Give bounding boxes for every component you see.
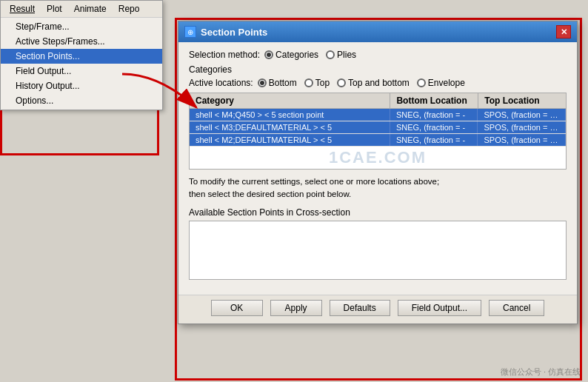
col-bottom-location: Bottom Location [390, 93, 478, 108]
menu-item-step-frame[interactable]: Step/Frame... [1, 19, 162, 34]
active-locations-radio-group: Bottom Top Top and bottom Envelope [258, 78, 465, 88]
dialog-title-left: ⊕ Section Points [184, 26, 278, 38]
site-watermark: 微信公众号 · 仿真在线 [501, 366, 581, 378]
menu-item-section-points[interactable]: Section Points... [1, 49, 162, 64]
radio-bottom-label: Bottom [269, 78, 297, 88]
radio-envelope[interactable]: Envelope [417, 78, 465, 88]
row1-category: shell < M4;Q450 > < 5 section point [190, 109, 390, 121]
menu-item-field-output[interactable]: Field Output... [1, 64, 162, 78]
main-background: Result Plot Animate Repo Step/Frame... A… [0, 0, 588, 382]
menu-bar: Result Plot Animate Repo [1, 1, 162, 18]
apply-button[interactable]: Apply [270, 300, 322, 316]
radio-categories-label: Categories [275, 50, 318, 60]
menu-bar-repo[interactable]: Repo [113, 2, 146, 16]
table-row[interactable]: shell < M2;DEFAULTMATERIAL > < 5 SNEG, (… [190, 134, 566, 147]
radio-bottom-circle[interactable] [258, 78, 267, 87]
radio-top-and-bottom[interactable]: Top and bottom [337, 78, 410, 88]
selection-method-radio-group: Categories Plies [264, 50, 356, 60]
radio-envelope-label: Envelope [428, 78, 465, 88]
radio-top-and-bottom-circle[interactable] [337, 78, 346, 87]
dialog-content: Selection method: Categories Plies Categ… [178, 42, 577, 295]
defaults-button[interactable]: Defaults [330, 300, 390, 316]
row2-category: shell < M3;DEFAULTMATERIAL > < 5 [190, 121, 390, 133]
active-locations-label: Active locations: [189, 78, 253, 88]
menu-bar-plot[interactable]: Plot [41, 2, 68, 16]
row2-bottom: SNEG, (fraction = - [390, 121, 478, 133]
dialog-footer: OK Apply Defaults Field Output... Cancel [178, 295, 577, 324]
categories-section-label: Categories [189, 64, 567, 75]
table-row[interactable]: shell < M3;DEFAULTMATERIAL > < 5 SNEG, (… [190, 121, 566, 134]
row1-top: SPOS, (fraction = 1.0) [478, 109, 566, 121]
row3-category: shell < M2;DEFAULTMATERIAL > < 5 [190, 134, 390, 146]
field-output-button[interactable]: Field Output... [398, 300, 481, 316]
radio-envelope-circle[interactable] [417, 78, 426, 87]
row1-bottom: SNEG, (fraction = - [390, 109, 478, 121]
radio-top-and-bottom-label: Top and bottom [348, 78, 410, 88]
selection-method-row: Selection method: Categories Plies [189, 50, 567, 60]
hint-text: To modify the current settings, select o… [189, 175, 567, 201]
hint-line1: To modify the current settings, select o… [189, 177, 439, 186]
menu-item-active-steps[interactable]: Active Steps/Frames... [1, 34, 162, 49]
radio-plies-circle[interactable] [326, 50, 335, 59]
menu-item-history-output[interactable]: History Output... [1, 78, 162, 93]
available-section-label: Available Section Points in Cross-sectio… [189, 207, 567, 218]
radio-plies-label: Plies [337, 50, 356, 60]
dialog-title-text: Section Points [201, 27, 267, 38]
table-header: Category Bottom Location Top Location [190, 93, 566, 109]
radio-top-circle[interactable] [304, 78, 313, 87]
dialog-icon: ⊕ [184, 26, 196, 38]
radio-top-label: Top [315, 78, 330, 88]
dialog-titlebar: ⊕ Section Points ✕ [178, 21, 577, 42]
available-section-box[interactable] [189, 221, 567, 280]
radio-bottom[interactable]: Bottom [258, 78, 297, 88]
menu-items-list: Step/Frame... Active Steps/Frames... Sec… [1, 18, 162, 110]
table-row[interactable]: shell < M4;Q450 > < 5 section point SNEG… [190, 109, 566, 121]
radio-plies[interactable]: Plies [326, 50, 356, 60]
menu-overlay: Result Plot Animate Repo Step/Frame... A… [0, 0, 163, 110]
cancel-button[interactable]: Cancel [489, 300, 544, 316]
radio-top[interactable]: Top [304, 78, 330, 88]
radio-categories-circle[interactable] [264, 50, 273, 59]
menu-bar-animate[interactable]: Animate [68, 2, 113, 16]
col-top-location: Top Location [478, 93, 566, 108]
ok-button[interactable]: OK [211, 300, 263, 316]
dialog-controls: ✕ [556, 25, 571, 38]
menu-bar-result[interactable]: Result [4, 2, 41, 16]
row3-top: SPOS, (fraction = 1.0) [478, 134, 566, 146]
hint-line2: then select the desired section point be… [189, 190, 351, 198]
row3-bottom: SNEG, (fraction = - [390, 134, 478, 146]
table-watermark: 1CAE.COM [329, 148, 427, 167]
active-locations-row: Active locations: Bottom Top Top and bot… [189, 78, 567, 88]
section-points-dialog: ⊕ Section Points ✕ Selection method: Cat… [178, 21, 578, 324]
selection-method-label: Selection method: [189, 50, 260, 60]
row2-top: SPOS, (fraction = 1.0) [478, 121, 566, 133]
col-category: Category [190, 93, 390, 108]
menu-item-options[interactable]: Options... [1, 93, 162, 108]
dialog-close-button[interactable]: ✕ [556, 25, 571, 38]
locations-table: Category Bottom Location Top Location sh… [189, 93, 567, 170]
radio-categories[interactable]: Categories [264, 50, 318, 60]
